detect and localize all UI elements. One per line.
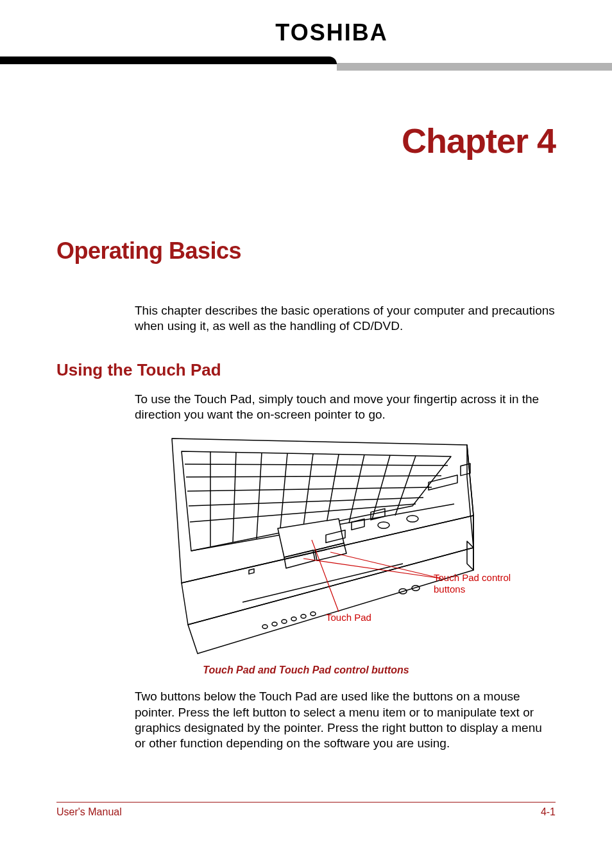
- chapter-intro: This chapter describes the basic operati…: [135, 303, 556, 334]
- chapter-title: Operating Basics: [56, 238, 556, 265]
- svg-marker-4: [467, 541, 473, 570]
- figure-caption: Touch Pad and Touch Pad control buttons: [56, 664, 556, 676]
- callout-label-touchpad: Touch Pad: [326, 612, 371, 623]
- svg-rect-39: [429, 475, 457, 490]
- body-paragraph: Two buttons below the Touch Pad are used…: [135, 689, 556, 751]
- chapter-label: Chapter 4: [56, 121, 556, 161]
- svg-marker-2: [467, 445, 473, 548]
- svg-line-10: [190, 504, 416, 522]
- brand-logo: TOSHIBA: [0, 19, 612, 46]
- svg-marker-3: [188, 548, 473, 654]
- svg-line-13: [257, 453, 262, 539]
- section-heading: Using the Touch Pad: [56, 360, 556, 380]
- svg-point-25: [407, 516, 418, 522]
- figure-touchpad: Touch Pad Touch Pad control buttons: [56, 432, 556, 657]
- svg-line-41: [312, 540, 339, 612]
- footer-left: User's Manual: [56, 806, 122, 818]
- page-header: TOSHIBA: [0, 0, 612, 76]
- svg-line-12: [233, 452, 236, 542]
- svg-line-7: [186, 476, 441, 477]
- svg-point-33: [310, 612, 316, 616]
- svg-line-15: [303, 454, 313, 531]
- callout-label-buttons: Touch Pad control buttons: [434, 572, 530, 595]
- svg-point-29: [272, 622, 277, 626]
- laptop-illustration: [146, 432, 544, 657]
- svg-line-43: [330, 552, 441, 578]
- body-paragraph: To use the Touch Pad, simply touch and m…: [135, 392, 556, 423]
- footer-page-number: 4-1: [541, 806, 556, 818]
- svg-marker-21: [278, 519, 344, 557]
- svg-line-16: [326, 455, 339, 527]
- svg-line-6: [185, 464, 448, 465]
- page-footer: User's Manual 4-1: [56, 802, 556, 818]
- svg-line-14: [280, 453, 287, 535]
- svg-line-8: [187, 487, 432, 491]
- svg-point-32: [301, 614, 306, 618]
- svg-point-30: [282, 620, 287, 623]
- header-rule: [0, 56, 612, 76]
- svg-point-24: [378, 522, 389, 528]
- svg-rect-27: [249, 569, 254, 574]
- svg-point-31: [291, 617, 296, 621]
- svg-point-28: [262, 625, 268, 629]
